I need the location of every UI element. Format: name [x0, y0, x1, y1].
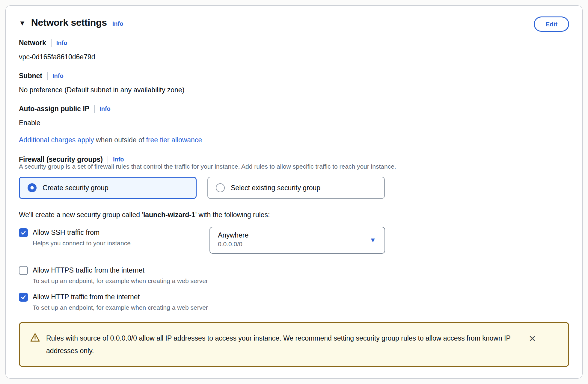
edit-button[interactable]: Edit: [534, 16, 569, 32]
allow-http-label: Allow HTTP traffic from the internet: [33, 292, 140, 301]
allow-ssh-checkbox[interactable]: [19, 228, 28, 237]
allow-ssh-label: Allow SSH traffic from: [33, 228, 99, 237]
warning-icon: [30, 333, 40, 342]
network-settings-panel: ▼ Network settings Info Edit Network Inf…: [5, 5, 583, 379]
charges-note-middle: when outside of: [94, 136, 146, 144]
security-group-name: launch-wizard-1: [143, 211, 195, 219]
charges-note: Additional charges apply when outside of…: [19, 136, 569, 144]
divider: [51, 39, 52, 47]
auto-assign-ip-label-row: Auto-assign public IP Info: [19, 105, 569, 113]
radio-selected-icon[interactable]: [28, 183, 37, 192]
firewall-info-link[interactable]: Info: [113, 156, 124, 163]
subnet-label: Subnet: [19, 72, 42, 80]
create-security-group-option[interactable]: Create security group: [19, 177, 197, 199]
select-existing-security-group-label: Select existing security group: [231, 184, 320, 192]
http-rule-row: Allow HTTP traffic from the internet To …: [19, 292, 569, 311]
network-label: Network: [19, 39, 46, 47]
network-settings-info-link[interactable]: Info: [112, 20, 123, 28]
allow-https-label: Allow HTTPS traffic from the internet: [33, 266, 144, 274]
ssh-source-cidr: 0.0.0.0/0: [218, 241, 377, 248]
check-icon: [20, 294, 26, 300]
subnet-value: No preference (Default subnet in any ava…: [19, 86, 569, 94]
firewall-label-row: Firewall (security groups) Info: [19, 155, 569, 164]
panel-header: ▼ Network settings Info Edit: [19, 17, 569, 28]
collapse-icon[interactable]: ▼: [19, 19, 26, 27]
create-security-group-label: Create security group: [43, 184, 108, 192]
divider: [94, 105, 95, 113]
check-icon: [20, 230, 26, 236]
dropdown-caret-icon[interactable]: ▼: [370, 237, 376, 244]
allow-http-checkbox[interactable]: [19, 293, 28, 302]
network-info-link[interactable]: Info: [56, 40, 67, 46]
create-note-prefix: We'll create a new security group called…: [19, 211, 143, 219]
divider: [108, 156, 108, 164]
network-field-label-row: Network Info: [19, 39, 569, 47]
warning-text: Rules with source of 0.0.0.0/0 allow all…: [46, 332, 523, 357]
firewall-label: Firewall (security groups): [19, 155, 103, 164]
ssh-source-value: Anywhere: [218, 231, 377, 239]
additional-charges-link[interactable]: Additional charges apply: [19, 136, 94, 144]
page-title: Network settings: [31, 17, 107, 28]
ssh-rule-row: Allow SSH traffic from Helps you connect…: [19, 228, 569, 257]
subnet-info-link[interactable]: Info: [52, 72, 64, 79]
divider: [47, 72, 48, 80]
https-rule-row: Allow HTTPS traffic from the internet To…: [19, 266, 569, 285]
create-note: We'll create a new security group called…: [19, 211, 569, 219]
network-value: vpc-0d165fa8610d6e79d: [19, 53, 569, 61]
create-note-suffix: ' with the following rules:: [195, 211, 270, 219]
allow-https-help: To set up an endpoint, for example when …: [33, 277, 569, 285]
auto-assign-ip-label: Auto-assign public IP: [19, 105, 89, 113]
select-existing-security-group-option[interactable]: Select existing security group: [207, 177, 385, 199]
ssh-source-dropdown[interactable]: Anywhere 0.0.0.0/0 ▼: [209, 227, 385, 254]
subnet-field-label-row: Subnet Info: [19, 72, 569, 80]
auto-assign-ip-info-link[interactable]: Info: [99, 105, 111, 112]
allow-http-help: To set up an endpoint, for example when …: [33, 304, 569, 311]
security-group-options: Create security group Select existing se…: [19, 177, 569, 199]
close-icon[interactable]: ✕: [529, 334, 536, 343]
allow-https-checkbox[interactable]: [19, 266, 28, 275]
auto-assign-ip-value: Enable: [19, 119, 569, 127]
warning-banner: Rules with source of 0.0.0.0/0 allow all…: [19, 322, 569, 367]
radio-unselected-icon[interactable]: [216, 183, 225, 192]
firewall-description: A security group is a set of firewall ru…: [19, 163, 569, 170]
free-tier-allowance-link[interactable]: free tier allowance: [146, 136, 202, 144]
